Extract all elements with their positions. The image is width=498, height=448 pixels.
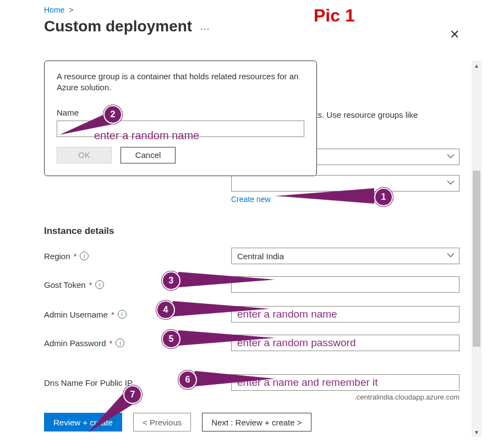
- info-icon[interactable]: i: [95, 280, 104, 289]
- footer-buttons: Review + create < Previous Next : Review…: [44, 413, 459, 431]
- scrollbar[interactable]: ▲ ▼: [472, 61, 481, 437]
- required-icon: *: [110, 338, 113, 348]
- cancel-button[interactable]: Cancel: [121, 147, 176, 163]
- scroll-up-icon[interactable]: ▲: [472, 61, 481, 70]
- admin-username-label-text: Admin Username: [44, 310, 108, 319]
- admin-username-input[interactable]: [231, 306, 459, 323]
- region-label-text: Region: [44, 252, 70, 261]
- scroll-down-icon[interactable]: ▼: [472, 427, 481, 437]
- scroll-thumb[interactable]: [473, 171, 480, 347]
- gost-token-label-text: Gost Token: [44, 280, 86, 289]
- callout-name-input[interactable]: [57, 121, 304, 137]
- dns-name-label-text: Dns Name For Public IP: [44, 378, 133, 387]
- gost-token-row: Gost Token * i: [44, 276, 459, 293]
- admin-password-input[interactable]: [231, 335, 459, 351]
- region-row: Region * i Central India: [44, 248, 459, 264]
- required-icon: *: [89, 280, 92, 289]
- description-fragment: costs. Use resource groups like: [303, 110, 459, 119]
- dns-name-row: Dns Name For Public IP: [44, 374, 459, 391]
- region-select[interactable]: Central India: [231, 248, 459, 264]
- create-new-link-row: Create new: [231, 195, 271, 204]
- admin-password-row: Admin Password * i: [44, 335, 459, 351]
- page-header: Custom deployment …: [0, 14, 498, 35]
- more-actions-icon[interactable]: …: [200, 21, 211, 32]
- region-label: Region * i: [44, 252, 231, 261]
- chevron-down-icon: [447, 152, 455, 162]
- breadcrumb-separator: >: [69, 6, 73, 14]
- admin-username-label: Admin Username * i: [44, 310, 231, 319]
- review-create-button[interactable]: Review + create: [44, 413, 122, 431]
- breadcrumb: Home >: [0, 0, 498, 14]
- info-icon[interactable]: i: [118, 310, 127, 319]
- instance-details-heading: Instance details: [44, 226, 114, 237]
- resource-group-row: [231, 175, 459, 192]
- previous-button[interactable]: < Previous: [133, 413, 191, 431]
- callout-name-label: Name: [57, 108, 304, 117]
- info-icon[interactable]: i: [80, 252, 89, 260]
- chevron-down-icon: [447, 179, 455, 188]
- resource-group-select[interactable]: [231, 175, 459, 192]
- close-icon[interactable]: ✕: [450, 28, 459, 42]
- region-value: Central India: [237, 252, 284, 261]
- required-icon: *: [111, 310, 114, 319]
- chevron-down-icon: [447, 252, 455, 261]
- callout-description: A resource group is a container that hol…: [57, 71, 304, 94]
- ok-button[interactable]: OK: [57, 147, 112, 163]
- create-new-link[interactable]: Create new: [231, 195, 271, 204]
- gost-token-input[interactable]: [231, 276, 459, 293]
- admin-password-label: Admin Password * i: [44, 338, 231, 348]
- dns-suffix: .centralindia.cloudapp.azure.com: [354, 393, 459, 401]
- breadcrumb-home-link[interactable]: Home: [44, 6, 64, 14]
- next-button[interactable]: Next : Review + create >: [202, 413, 311, 431]
- dns-name-input[interactable]: [231, 374, 459, 391]
- page-title: Custom deployment: [44, 18, 192, 35]
- dns-name-label: Dns Name For Public IP: [44, 378, 231, 387]
- resource-group-callout: A resource group is a container that hol…: [44, 61, 317, 176]
- admin-username-row: Admin Username * i: [44, 306, 459, 323]
- viewport: Home > Custom deployment … ✕ Pic 1 ▲ ▼ c…: [0, 0, 498, 448]
- gost-token-label: Gost Token * i: [44, 280, 231, 289]
- admin-password-label-text: Admin Password: [44, 338, 106, 348]
- info-icon[interactable]: i: [116, 338, 124, 347]
- required-icon: *: [74, 252, 77, 261]
- pic-label-annotation: Pic 1: [314, 6, 355, 26]
